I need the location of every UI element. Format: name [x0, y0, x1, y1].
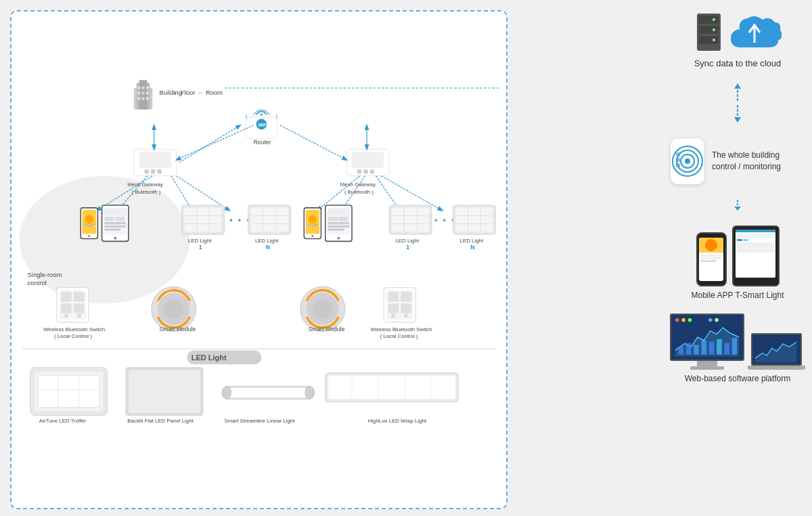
- svg-line-43: [177, 125, 254, 160]
- svg-point-127: [164, 299, 183, 318]
- svg-text:LED Light: LED Light: [255, 238, 279, 244]
- cloud-icon: [727, 10, 782, 54]
- svg-text:Mesh Gateway: Mesh Gateway: [127, 181, 162, 188]
- svg-text:LED Light: LED Light: [191, 353, 227, 362]
- svg-rect-13: [142, 97, 145, 100]
- svg-text:Wireless Bluetooth Switch: Wireless Bluetooth Switch: [371, 326, 432, 332]
- svg-rect-119: [61, 303, 72, 313]
- svg-point-172: [713, 18, 715, 21]
- svg-rect-97: [328, 229, 344, 231]
- svg-rect-171: [699, 36, 719, 44]
- svg-rect-31: [157, 169, 161, 173]
- svg-point-184: [675, 318, 679, 322]
- svg-text:LED Light: LED Light: [396, 238, 420, 244]
- svg-rect-194: [709, 342, 715, 355]
- sync-cloud-label: Sync data to the cloud: [694, 58, 782, 68]
- svg-text:AirTune  LED Troffer: AirTune LED Troffer: [39, 418, 87, 424]
- svg-rect-135: [388, 292, 399, 301]
- svg-point-158: [223, 386, 231, 399]
- svg-point-186: [688, 318, 692, 322]
- svg-text:( Local Control ): ( Local Control ): [54, 333, 92, 339]
- svg-point-131: [313, 299, 332, 318]
- svg-rect-9: [137, 92, 140, 95]
- down-arrow-icon: [731, 198, 744, 212]
- svg-rect-197: [732, 338, 738, 355]
- main-container: Single-room control: [0, 0, 812, 516]
- svg-rect-154: [129, 370, 200, 413]
- svg-point-57: [88, 235, 90, 237]
- laptop-mock: [748, 333, 805, 370]
- svg-rect-12: [137, 97, 140, 100]
- svg-rect-14: [146, 97, 149, 100]
- monitor-screen: [670, 314, 744, 361]
- cloud-sync-card: Sync data to the cloud: [670, 10, 805, 68]
- svg-rect-37: [363, 169, 367, 173]
- svg-rect-182: [676, 163, 680, 167]
- svg-text:←: ←: [198, 89, 204, 96]
- svg-rect-65: [105, 222, 126, 224]
- svg-rect-137: [388, 303, 399, 313]
- svg-rect-93: [328, 217, 338, 221]
- building-control-icon: [671, 144, 704, 178]
- svg-rect-6: [137, 87, 140, 89]
- svg-point-185: [681, 318, 685, 322]
- web-platform-label: Web-based software platform: [685, 374, 791, 383]
- svg-point-173: [713, 28, 715, 31]
- svg-text:←: ←: [173, 89, 179, 96]
- svg-rect-69: [184, 208, 221, 232]
- server-icon: [694, 10, 724, 54]
- svg-point-87: [311, 235, 313, 237]
- svg-text:Smart Module: Smart Module: [160, 326, 196, 332]
- svg-rect-190: [679, 347, 684, 354]
- svg-text:1: 1: [199, 244, 202, 251]
- svg-rect-108: [455, 208, 493, 232]
- svg-rect-170: [699, 26, 719, 34]
- svg-rect-24: [246, 114, 247, 119]
- svg-point-188: [715, 318, 719, 322]
- svg-text:LED Light: LED Light: [460, 238, 484, 244]
- svg-rect-157: [227, 388, 309, 398]
- laptop-chart: [752, 335, 800, 364]
- svg-point-88: [309, 215, 317, 224]
- svg-rect-118: [74, 292, 85, 301]
- svg-rect-99: [392, 208, 429, 232]
- svg-text:N: N: [266, 244, 270, 251]
- svg-text:control: control: [28, 279, 47, 286]
- building-control-card: The whole building control / monitoring: [670, 137, 805, 185]
- svg-rect-138: [401, 303, 411, 313]
- svg-rect-38: [370, 169, 374, 173]
- svg-rect-7: [142, 87, 145, 89]
- web-platform-mock: [670, 314, 805, 370]
- building-control-icon-box: [670, 137, 705, 185]
- svg-rect-95: [328, 222, 349, 224]
- svg-point-121: [64, 314, 68, 318]
- svg-rect-29: [145, 169, 149, 173]
- svg-text:( Local Control ): ( Local Control ): [380, 333, 418, 339]
- laptop-base: [748, 366, 805, 370]
- svg-text:LED Light: LED Light: [188, 238, 212, 244]
- svg-text:Backlit Flat LED Panel Light: Backlit Flat LED Panel Light: [127, 418, 194, 424]
- monitor-base: [690, 366, 724, 370]
- svg-text:( Buletooth ): ( Buletooth ): [344, 189, 374, 195]
- svg-rect-196: [724, 343, 729, 354]
- svg-point-58: [85, 215, 93, 224]
- phone-mockup: [696, 232, 727, 286]
- svg-rect-10: [142, 92, 145, 95]
- svg-point-187: [708, 318, 713, 322]
- svg-rect-181: [676, 158, 680, 162]
- svg-rect-162: [328, 375, 456, 399]
- svg-rect-62: [105, 209, 126, 215]
- svg-rect-67: [105, 229, 121, 231]
- mobile-app-card: Mobile APP T-Smart Light: [670, 225, 805, 300]
- svg-rect-64: [115, 217, 125, 221]
- diagram-border: Single-room control: [10, 10, 508, 509]
- svg-rect-195: [717, 339, 722, 355]
- svg-rect-30: [151, 169, 155, 173]
- svg-text:( Buletooth ): ( Buletooth ): [132, 189, 161, 195]
- diagram-area: Single-room control: [0, 0, 663, 516]
- svg-rect-180: [676, 152, 680, 156]
- svg-point-139: [391, 314, 395, 318]
- sidebar: Sync data to the cloud: [663, 0, 812, 516]
- svg-rect-28: [139, 152, 171, 168]
- svg-text:WiFi: WiFi: [258, 123, 267, 127]
